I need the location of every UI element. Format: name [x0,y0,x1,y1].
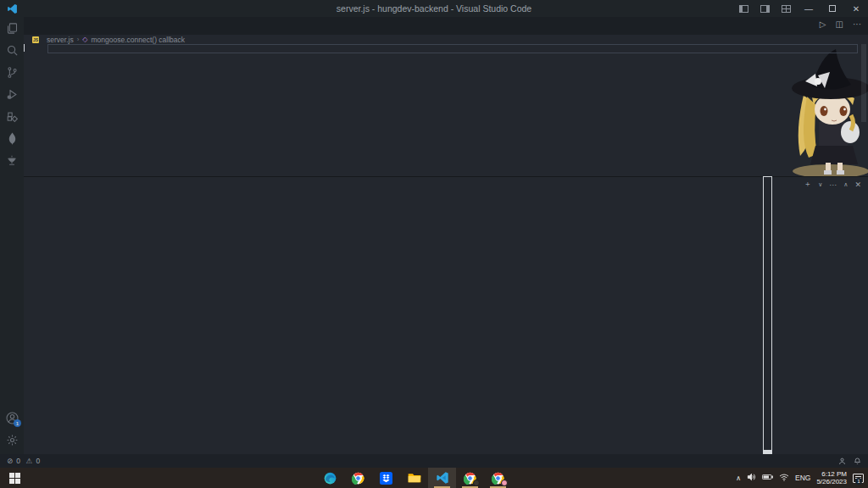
tray-time: 6:12 PM [821,470,847,478]
input-language[interactable]: ENG [795,474,810,482]
toggle-panel-icon[interactable] [763,176,772,454]
toggle-secondary-sidebar-icon[interactable] [760,5,770,13]
windows-taskbar: ∧ ENG 6:12 PM 5/26/2023 1 [0,468,868,488]
breadcrumb-file[interactable]: server.js [47,36,74,44]
symbol-method-icon: ◇ [82,36,87,43]
battery-icon[interactable] [762,474,773,482]
run-file-icon[interactable]: ▷ [820,19,826,29]
search-icon[interactable] [0,39,24,61]
panel-maximize-icon[interactable]: ∧ [843,181,848,188]
panel-tabs [24,177,868,192]
editor-tab-bar [24,17,868,35]
panel-close-icon[interactable]: ✕ [854,180,861,189]
source-control-icon[interactable] [0,61,24,83]
mongodb-icon[interactable] [0,127,24,149]
terminal-dropdown-icon[interactable]: ∨ [818,181,822,188]
wifi-icon[interactable] [779,474,789,483]
editor-scrollbar[interactable] [861,44,866,122]
customize-layout-icon[interactable] [782,5,791,13]
vscode-logo-icon [7,3,18,14]
editor-actions: ▷ ◫ ··· [820,19,861,29]
lamp-plugin-icon[interactable] [0,149,24,171]
breadcrumb: JS server.js › ◇ mongoose.connect() call… [24,35,868,44]
explorer-icon[interactable] [0,17,24,39]
terminal-output[interactable] [32,196,809,452]
current-line-highlight [47,44,858,53]
bottom-panel: ＋ ∨ ··· ∧ ✕ [24,176,868,454]
notifications-bell-icon[interactable] [854,457,861,465]
text-cursor [24,44,25,52]
profile-badge [501,480,508,486]
taskbar-file-explorer-icon[interactable] [400,468,428,488]
taskbar-chrome-icon[interactable] [344,468,372,488]
feedback-person-icon[interactable] [838,458,846,465]
code-editor[interactable] [24,44,868,176]
breadcrumb-symbol[interactable]: mongoose.connect() callback [91,36,185,44]
panel-more-icon[interactable]: ··· [829,180,837,189]
background-character-illustration [787,44,868,176]
split-editor-icon[interactable]: ◫ [836,19,843,29]
maximize-button[interactable] [821,0,844,17]
system-tray: ∧ ENG 6:12 PM 5/26/2023 1 [736,468,864,488]
more-actions-icon[interactable]: ··· [853,19,861,29]
account-icon[interactable]: 1 [0,407,24,429]
taskbar-chrome-profile-1-icon[interactable] [456,468,484,488]
start-button[interactable] [0,468,29,488]
tray-date: 5/26/2023 [816,478,847,485]
profile-badge [473,480,480,486]
taskbar-dropbox-icon[interactable] [372,468,400,488]
panel-actions: ＋ ∨ ··· ∧ ✕ [804,179,861,190]
errors-icon: ⊘ [7,457,13,465]
minimize-button[interactable]: — [797,0,821,17]
new-terminal-icon[interactable]: ＋ [804,179,811,190]
taskbar-chrome-profile-2-icon[interactable] [484,468,512,488]
account-badge: 1 [14,419,21,427]
toggle-sidebar-icon[interactable] [739,5,748,13]
warnings-count: 0 [36,457,40,465]
taskbar-edge-icon[interactable] [316,468,344,488]
notification-badge: 1 [855,478,862,485]
status-bar: ⊘ 0 ⚠ 0 [0,454,868,468]
taskbar-vscode-icon[interactable] [428,468,456,488]
notification-center-icon[interactable]: 1 [853,474,864,483]
warnings-icon: ⚠ [26,457,33,465]
close-button[interactable]: ✕ [844,0,868,17]
vscode-window: server.js - hungdev-backend - Visual Stu… [0,0,868,488]
tray-expand-chevron-icon[interactable]: ∧ [736,474,741,482]
problems-summary[interactable]: ⊘ 0 ⚠ 0 [7,457,40,465]
volume-icon[interactable] [747,473,756,483]
js-file-icon: JS [32,36,39,43]
title-bar: server.js - hungdev-backend - Visual Stu… [0,0,868,17]
errors-count: 0 [16,457,20,465]
clock[interactable]: 6:12 PM 5/26/2023 [816,470,847,485]
settings-gear-icon[interactable] [0,429,24,451]
run-debug-icon[interactable] [0,83,24,105]
activity-bar: 1 [0,17,24,454]
windows-logo-icon [9,473,20,484]
extensions-icon[interactable] [0,105,24,127]
